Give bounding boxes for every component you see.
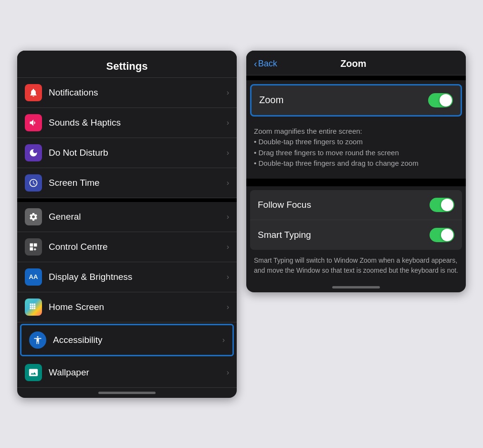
display-icon: AA: [25, 268, 42, 286]
screentime-chevron: ›: [227, 179, 229, 187]
zoom-footer-text: Smart Typing will switch to Window Zoom …: [254, 256, 458, 274]
zoom-title: Zoom: [277, 58, 430, 69]
settings-item-homescreen[interactable]: Home Screen ›: [17, 292, 237, 322]
wallpaper-icon: [25, 364, 42, 381]
zoom-toggle-row[interactable]: Zoom: [250, 84, 462, 117]
notifications-label: Notifications: [49, 87, 227, 98]
settings-item-general[interactable]: General ›: [17, 202, 237, 232]
zoom-description-text: Zoom magnifies the entire screen:• Doubl…: [254, 127, 419, 168]
control-icon: [25, 238, 42, 256]
follow-focus-row[interactable]: Follow Focus: [250, 190, 462, 220]
sounds-label: Sounds & Haptics: [49, 117, 227, 128]
zoom-footer: Smart Typing will switch to Window Zoom …: [246, 250, 466, 283]
back-label: Back: [258, 59, 277, 69]
homescreen-label: Home Screen: [49, 302, 227, 312]
zoom-back-button[interactable]: ‹ Back: [254, 58, 277, 69]
settings-list: Notifications › Sounds & Haptics › Do No…: [17, 78, 237, 388]
settings-header: Settings: [17, 51, 237, 78]
screentime-label: Screen Time: [49, 178, 227, 188]
settings-scroll-indicator: [98, 392, 156, 394]
general-label: General: [49, 212, 227, 222]
settings-item-display[interactable]: AA Display & Brightness ›: [17, 262, 237, 292]
zoom-separator: [246, 182, 466, 186]
wallpaper-chevron: ›: [227, 368, 229, 377]
settings-item-notifications[interactable]: Notifications ›: [17, 78, 237, 108]
accessibility-icon: [29, 331, 46, 349]
smart-typing-row[interactable]: Smart Typing: [250, 220, 462, 250]
settings-panel: Settings Notifications › Sounds & Haptic…: [17, 51, 237, 398]
settings-item-accessibility[interactable]: Accessibility ›: [20, 324, 234, 356]
notifications-icon: [25, 84, 42, 101]
screentime-icon: [25, 174, 42, 192]
sounds-icon: [25, 114, 42, 131]
zoom-description: Zoom magnifies the entire screen:• Doubl…: [246, 120, 466, 182]
dnd-icon: [25, 144, 42, 161]
general-icon: [25, 208, 42, 225]
smart-typing-toggle[interactable]: [430, 228, 454, 242]
control-label: Control Centre: [49, 242, 227, 252]
back-chevron-icon: ‹: [254, 58, 257, 69]
zoom-scroll-indicator: [332, 286, 380, 288]
zoom-header: ‹ Back Zoom: [246, 51, 466, 75]
dnd-label: Do Not Disturb: [49, 148, 227, 158]
group-separator: [17, 198, 237, 202]
accessibility-label: Accessibility: [53, 335, 222, 345]
smart-typing-knob: [441, 229, 453, 241]
zoom-toggle-switch[interactable]: [428, 93, 453, 107]
settings-item-sounds[interactable]: Sounds & Haptics ›: [17, 108, 237, 138]
follow-focus-label: Follow Focus: [258, 200, 430, 210]
homescreen-chevron: ›: [227, 303, 229, 311]
settings-item-control[interactable]: Control Centre ›: [17, 232, 237, 262]
zoom-top-strip: [246, 75, 466, 80]
smart-typing-label: Smart Typing: [258, 230, 430, 240]
settings-item-wallpaper[interactable]: Wallpaper ›: [17, 358, 237, 388]
display-label: Display & Brightness: [49, 272, 227, 282]
settings-title: Settings: [106, 60, 148, 72]
settings-item-screentime[interactable]: Screen Time ›: [17, 168, 237, 198]
notifications-chevron: ›: [227, 88, 229, 97]
control-chevron: ›: [227, 243, 229, 251]
sounds-chevron: ›: [227, 118, 229, 127]
follow-focus-knob: [441, 199, 453, 211]
wallpaper-label: Wallpaper: [49, 367, 227, 378]
zoom-panel: ‹ Back Zoom Zoom Zoom magnifies the enti…: [246, 51, 466, 292]
homescreen-icon: [25, 299, 42, 316]
general-chevron: ›: [227, 213, 229, 221]
accessibility-chevron: ›: [222, 336, 225, 344]
settings-item-dnd[interactable]: Do Not Disturb ›: [17, 138, 237, 168]
zoom-toggle-label: Zoom: [259, 95, 428, 106]
follow-focus-toggle[interactable]: [430, 198, 454, 212]
display-chevron: ›: [227, 273, 229, 281]
zoom-toggle-knob: [440, 94, 452, 107]
dnd-chevron: ›: [227, 149, 229, 157]
